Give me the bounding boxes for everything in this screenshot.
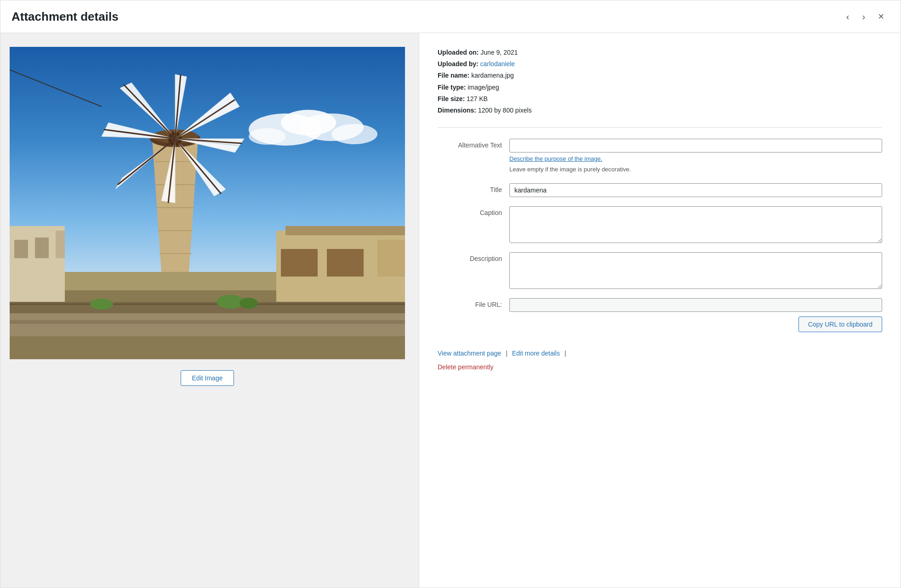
meta-file-size: File size: 127 KB: [438, 93, 882, 105]
modal-container: Attachment details ‹ › ×: [0, 0, 901, 588]
meta-dimensions: Dimensions: 1200 by 800 pixels: [438, 105, 882, 116]
attachment-image: [10, 47, 405, 359]
prev-button[interactable]: ‹: [841, 9, 855, 24]
delete-permanently-link[interactable]: Delete permanently: [438, 361, 882, 373]
caption-field: [509, 206, 882, 243]
alt-text-helper-link[interactable]: Describe the purpose of the image.: [509, 155, 882, 162]
caption-label: Caption: [438, 206, 502, 216]
file-url-field: Copy URL to clipboard: [509, 298, 882, 332]
svg-rect-11: [14, 240, 28, 258]
title-label: Title: [438, 183, 502, 193]
title-field: [509, 183, 882, 197]
description-input[interactable]: [509, 252, 882, 289]
svg-rect-12: [35, 237, 49, 258]
separator-1: |: [506, 350, 508, 357]
form-section: Alternative Text Describe the purpose of…: [438, 139, 882, 332]
copy-url-button[interactable]: Copy URL to clipboard: [798, 317, 882, 332]
svg-point-51: [240, 298, 258, 309]
uploaded-by-label: Uploaded by:: [438, 60, 479, 68]
title-input[interactable]: [509, 183, 882, 197]
svg-rect-48: [10, 302, 405, 313]
dimensions-label: Dimensions:: [438, 107, 476, 114]
meta-file-type: File type: image/jpeg: [438, 82, 882, 93]
file-url-label: File URL:: [438, 298, 502, 308]
copy-btn-row: Copy URL to clipboard: [509, 317, 882, 332]
modal-header: Attachment details ‹ › ×: [0, 0, 901, 33]
alt-text-input[interactable]: [509, 139, 882, 153]
meta-file-name: File name: kardamena.jpg: [438, 70, 882, 81]
meta-section: Uploaded on: June 9, 2021 Uploaded by: c…: [438, 47, 882, 128]
image-container: [10, 47, 405, 359]
file-type-value: image/jpeg: [468, 84, 499, 91]
file-url-input[interactable]: [509, 298, 882, 312]
alt-text-label: Alternative Text: [438, 139, 502, 149]
file-type-label: File type:: [438, 84, 466, 91]
file-name-label: File name:: [438, 72, 469, 79]
svg-point-4: [331, 124, 377, 144]
meta-uploaded-on: Uploaded on: June 9, 2021: [438, 47, 882, 58]
modal-body: Edit Image Uploaded on: June 9, 2021 Upl…: [0, 33, 901, 588]
edit-image-btn-row: Edit Image: [10, 370, 405, 386]
edit-more-details-link[interactable]: Edit more details: [512, 350, 560, 357]
svg-point-52: [90, 299, 113, 310]
uploaded-on-label: Uploaded on:: [438, 49, 479, 56]
separator-2: |: [565, 350, 566, 357]
footer-links: View attachment page | Edit more details…: [438, 347, 882, 373]
alt-text-field: Describe the purpose of the image. Leave…: [509, 139, 882, 174]
file-size-label: File size:: [438, 95, 465, 102]
svg-rect-18: [377, 240, 405, 277]
edit-image-button[interactable]: Edit Image: [181, 370, 234, 386]
svg-rect-9: [10, 320, 405, 324]
svg-rect-16: [281, 249, 318, 277]
file-size-value: 127 KB: [467, 95, 488, 102]
modal-title: Attachment details: [11, 10, 119, 24]
caption-input[interactable]: [509, 206, 882, 243]
svg-rect-13: [56, 231, 65, 258]
dimensions-value: 1200 by 800 pixels: [478, 107, 532, 114]
svg-rect-15: [285, 226, 405, 235]
view-attachment-link[interactable]: View attachment page: [438, 350, 501, 357]
right-panel: Uploaded on: June 9, 2021 Uploaded by: c…: [419, 33, 901, 588]
alt-text-helper-text: Leave empty if the image is purely decor…: [509, 165, 882, 174]
svg-rect-17: [327, 249, 364, 277]
uploaded-on-value: June 9, 2021: [480, 49, 518, 56]
uploaded-by-link[interactable]: carlodaniele: [480, 60, 515, 68]
description-label: Description: [438, 252, 502, 262]
svg-point-5: [249, 128, 285, 145]
next-button[interactable]: ›: [856, 9, 871, 24]
header-nav: ‹ › ×: [841, 9, 890, 24]
meta-uploaded-by: Uploaded by: carlodaniele: [438, 58, 882, 70]
file-name-value: kardamena.jpg: [471, 72, 514, 79]
close-button[interactable]: ×: [872, 9, 890, 24]
description-field: [509, 252, 882, 289]
left-panel: Edit Image: [0, 33, 419, 588]
